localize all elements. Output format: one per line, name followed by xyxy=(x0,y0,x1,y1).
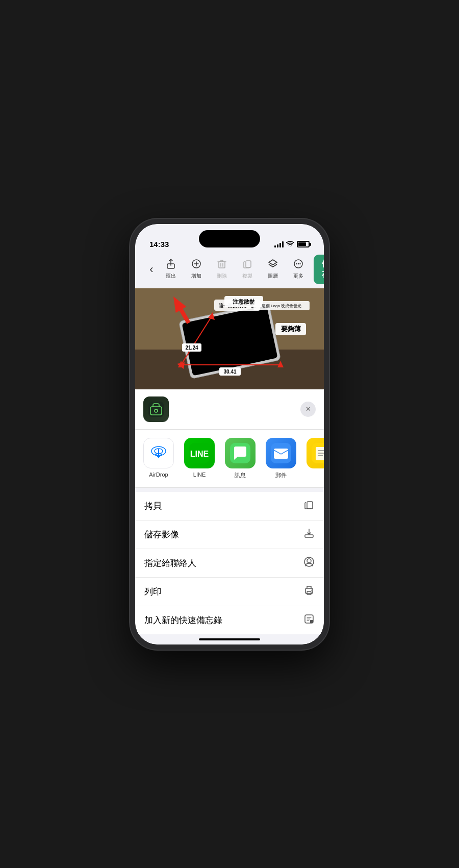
app-item-mail[interactable]: 郵件 xyxy=(266,438,296,479)
action-assign-contact-label: 指定給聯絡人 xyxy=(144,557,196,569)
print-icon xyxy=(303,585,315,599)
svg-text:這個 Logo 改成會發光: 這個 Logo 改成會發光 xyxy=(262,304,301,308)
export-icon xyxy=(166,259,176,271)
svg-text:21.24: 21.24 xyxy=(185,345,198,351)
svg-rect-48 xyxy=(307,502,313,509)
signal-bar-1 xyxy=(274,245,276,247)
toolbar-export[interactable]: 匯出 xyxy=(160,259,182,280)
layers-icon xyxy=(268,259,278,271)
layers-label: 圖層 xyxy=(268,272,278,280)
toolbar-delete[interactable]: 刪除 xyxy=(211,259,233,280)
svg-text:注意散熱: 注意散熱 xyxy=(233,299,255,305)
status-icons xyxy=(274,240,310,249)
delete-icon xyxy=(217,259,227,271)
action-copy-label: 拷貝 xyxy=(144,500,162,512)
svg-point-5 xyxy=(296,263,297,264)
add-icon xyxy=(191,259,201,271)
svg-point-6 xyxy=(298,263,299,264)
toolbar-more[interactable]: 更多 xyxy=(287,259,310,280)
battery-icon xyxy=(297,241,310,247)
svg-rect-42 xyxy=(274,449,288,459)
svg-point-50 xyxy=(307,559,311,563)
copy-action-icon xyxy=(303,499,315,513)
airdrop-label: AirDrop xyxy=(149,472,168,478)
signal-bar-3 xyxy=(279,243,281,247)
signal-bar-2 xyxy=(277,244,278,247)
svg-text:LINE: LINE xyxy=(190,450,209,458)
action-print-label: 列印 xyxy=(144,586,162,598)
messages-label: 訊息 xyxy=(235,472,246,479)
export-label: 匯出 xyxy=(166,272,176,280)
svg-point-54 xyxy=(311,589,312,590)
toolbar: ‹ 匯出 xyxy=(135,252,324,288)
add-label: 增加 xyxy=(191,272,201,280)
airdrop-icon xyxy=(143,438,174,468)
share-sheet-header: ✕ xyxy=(135,389,324,430)
app-item-airdrop[interactable]: AirDrop xyxy=(143,438,174,479)
share-close-button[interactable]: ✕ xyxy=(300,402,316,417)
copy-icon xyxy=(242,259,252,271)
mail-label: 郵件 xyxy=(275,472,287,479)
signal-bar-4 xyxy=(282,241,284,247)
line-label: LINE xyxy=(193,472,206,478)
delete-label: 刪除 xyxy=(217,272,227,280)
back-button[interactable]: ‹ xyxy=(143,263,160,276)
more-icon xyxy=(293,259,303,271)
toolbar-layers[interactable]: 圖層 xyxy=(262,259,284,280)
action-copy[interactable]: 拷貝 xyxy=(135,492,324,520)
svg-rect-44 xyxy=(316,447,324,460)
close-icon: ✕ xyxy=(305,405,311,413)
canvas-annotations: 這一面要再亮一點 注意散熱 這個 Logo 改成會發光 要夠薄 21.24 xyxy=(135,288,324,389)
status-time: 14:33 xyxy=(149,240,169,249)
signal-bars-icon xyxy=(274,241,284,247)
wifi-icon xyxy=(286,240,294,249)
more-label: 更多 xyxy=(293,272,303,280)
assign-contact-icon xyxy=(303,556,315,570)
svg-rect-3 xyxy=(246,261,251,267)
action-save-image-label: 儲存影像 xyxy=(144,529,179,540)
svg-rect-56 xyxy=(310,620,313,623)
svg-text:要夠薄: 要夠薄 xyxy=(281,325,301,333)
home-indicator xyxy=(135,634,324,644)
share-sheet: ✕ AirDrop xyxy=(135,389,324,634)
save-button[interactable]: 儲存 xyxy=(314,255,324,284)
home-bar xyxy=(199,638,260,640)
notes-icon xyxy=(307,438,324,468)
svg-rect-53 xyxy=(307,591,311,594)
canvas-image: 這一面要再亮一點 注意散熱 這個 Logo 改成會發光 要夠薄 21.24 xyxy=(135,288,324,389)
svg-rect-2 xyxy=(219,262,225,268)
action-assign-contact[interactable]: 指定給聯絡人 xyxy=(135,549,324,578)
action-add-shortcut-label: 加入新的快速備忘錄 xyxy=(144,614,222,626)
app-item-notes[interactable] xyxy=(307,438,324,479)
battery-fill xyxy=(298,242,306,246)
action-add-shortcut[interactable]: 加入新的快速備忘錄 xyxy=(135,606,324,634)
action-save-image[interactable]: 儲存影像 xyxy=(135,520,324,549)
svg-rect-49 xyxy=(305,535,313,537)
action-print[interactable]: 列印 xyxy=(135,578,324,606)
save-image-icon xyxy=(303,528,315,541)
app-item-messages[interactable]: 訊息 xyxy=(225,438,256,479)
toolbar-actions: 匯出 增加 xyxy=(160,259,310,280)
toolbar-add[interactable]: 增加 xyxy=(185,259,208,280)
svg-text:30.41: 30.41 xyxy=(223,369,236,375)
messages-icon xyxy=(225,438,256,468)
svg-point-7 xyxy=(299,263,300,264)
action-list: 拷貝 儲存影像 xyxy=(135,492,324,634)
shortcut-icon xyxy=(303,613,315,627)
mail-icon xyxy=(266,438,296,468)
line-icon: LINE xyxy=(184,438,215,468)
share-app-icon xyxy=(143,396,169,422)
canvas-area[interactable]: 這一面要再亮一點 注意散熱 這個 Logo 改成會發光 要夠薄 21.24 xyxy=(135,288,324,389)
phone-inner: 14:33 xyxy=(135,224,324,644)
copy-label: 複製 xyxy=(242,272,252,280)
toolbar-copy[interactable]: 複製 xyxy=(236,259,259,280)
dynamic-island xyxy=(199,230,260,247)
app-item-line[interactable]: LINE LINE xyxy=(184,438,215,479)
apps-row: AirDrop LINE LINE xyxy=(135,430,324,488)
phone-frame: 14:33 xyxy=(130,219,329,650)
svg-rect-52 xyxy=(305,588,313,593)
